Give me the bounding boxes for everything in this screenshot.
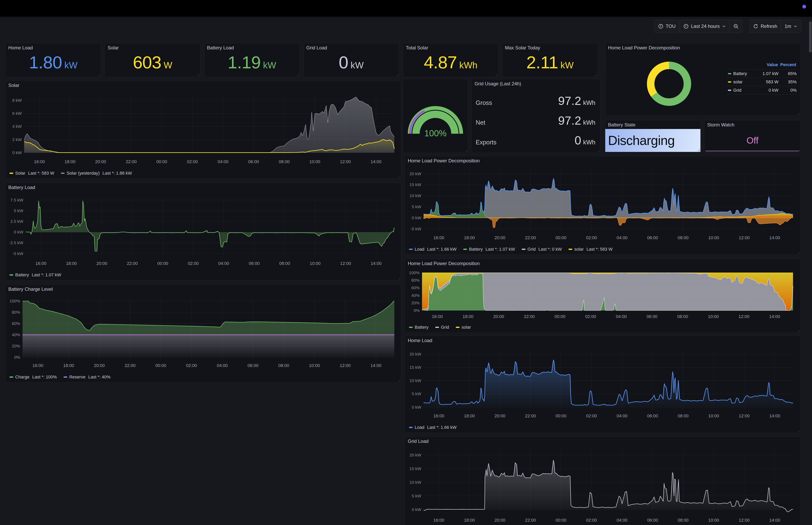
svg-text:22:00: 22:00 (525, 518, 536, 523)
svg-text:20 kW: 20 kW (409, 171, 421, 176)
svg-text:02:00: 02:00 (186, 363, 197, 368)
panel-decomposition-stacked-chart: Home Load Power Decomposition -5 kW0 kW5… (405, 156, 801, 255)
legend-swatch (10, 274, 13, 275)
chart-plot[interactable]: -5 kW0 kW5 kW10 kW15 kW20 kW16:0018:0020… (407, 165, 799, 243)
svg-text:20:00: 20:00 (95, 159, 106, 164)
svg-text:04:00: 04:00 (218, 261, 229, 266)
panel-title[interactable]: Home Load (8, 45, 33, 50)
recording-indicator-dot (802, 5, 806, 9)
panel-title[interactable]: Grid Load (306, 45, 327, 50)
legend-row-solar[interactable]: solar 583 W 35% (727, 78, 797, 86)
legend-item[interactable]: LoadLast *: 1.66 kW (409, 425, 457, 430)
legend-item[interactable]: Solar (yesterday)Last *: 1.88 kW (61, 171, 132, 176)
battery-charge-chart-canvas[interactable]: 0%20%40%60%80%100%16:0018:0020:0022:0000… (7, 293, 399, 381)
chart-legend: ChargeLast *: 100%ReserveLast *: 40% (7, 372, 399, 382)
refresh-icon (753, 24, 758, 29)
panel-title[interactable]: Battery Load (207, 45, 234, 50)
legend-swatch (435, 327, 439, 328)
svg-text:02:00: 02:00 (585, 314, 596, 319)
svg-text:12:00: 12:00 (738, 314, 749, 319)
svg-text:60%: 60% (411, 285, 419, 290)
svg-text:0 kW: 0 kW (412, 405, 421, 409)
chart-plot[interactable]: -5 kW-2.5 kW0 kW2.5 kW5 kW7.5 kW16:0018:… (7, 191, 399, 269)
decomposition-stacked-chart-canvas[interactable]: -5 kW0 kW5 kW10 kW15 kW20 kW16:0018:0020… (407, 165, 799, 253)
panel-title[interactable]: Home Load Power Decomposition (408, 261, 480, 266)
chart-plot[interactable]: 0%20%40%60%80%100%16:0018:0020:0022:0000… (407, 267, 799, 321)
legend-row-battery[interactable]: Battery 1.07 kW 65% (727, 69, 797, 78)
panel-title[interactable]: Grid Load (408, 438, 429, 444)
legend-item[interactable]: Grid (435, 325, 449, 330)
panel-title[interactable]: Battery State (608, 122, 635, 127)
panel-grid-load-chart: Grid Load 0 kW5 kW10 kW15 kW20 kW16:0018… (405, 436, 801, 525)
solar-chart-canvas[interactable]: 0 kW2 kW4 kW6 kW8 kW16:0018:0020:0022:00… (7, 89, 399, 177)
panel-power-decomposition-donut: Home Load Power Decomposition Value Perc… (605, 43, 801, 116)
chart-plot[interactable]: 0 kW5 kW10 kW15 kW20 kW16:0018:0020:0022… (407, 445, 799, 525)
legend-item[interactable]: Battery (409, 325, 429, 330)
svg-text:16:00: 16:00 (433, 518, 444, 523)
refresh-picker[interactable]: Refresh 1m (749, 20, 801, 33)
time-range-picker[interactable]: Last 24 hours (680, 20, 742, 33)
gauge-value: 100% (424, 129, 447, 138)
battery-swatch (728, 73, 731, 74)
tou-label: TOU (666, 24, 676, 29)
panel-title[interactable]: Battery Load (8, 185, 35, 190)
panel-title[interactable]: Total Solar (406, 45, 428, 50)
legend-col-value[interactable]: Value (756, 62, 778, 68)
svg-text:00:00: 00:00 (554, 314, 565, 319)
svg-text:20:00: 20:00 (493, 314, 504, 319)
chart-legend: LoadLast *: 1.66 kWBatteryLast *: 1.07 k… (407, 244, 799, 254)
chart-plot[interactable]: 0 kW2 kW4 kW6 kW8 kW16:0018:0020:0022:00… (7, 89, 399, 167)
stat-value: 603 (133, 52, 161, 73)
chart-plot[interactable]: 0 kW5 kW10 kW15 kW20 kW16:0018:0020:0022… (407, 344, 799, 422)
legend-item[interactable]: BatteryLast *: 1.07 kW (463, 247, 515, 252)
panel-title[interactable]: Storm Watch (707, 122, 734, 127)
legend-item[interactable]: solar (456, 325, 471, 330)
zoom-out-button[interactable] (730, 20, 742, 33)
decomposition-percent-chart-canvas[interactable]: 0%20%40%60%80%100%16:0018:0020:0022:0000… (407, 267, 799, 331)
panel-title[interactable]: Home Load Power Decomposition (408, 158, 480, 164)
svg-text:2 kW: 2 kW (12, 137, 22, 142)
scrollbar-thumb[interactable] (809, 21, 812, 52)
svg-text:10 kW: 10 kW (409, 193, 421, 198)
grid-load-chart-canvas[interactable]: 0 kW5 kW10 kW15 kW20 kW16:0018:0020:0022… (407, 445, 799, 525)
panel-title[interactable]: Home Load Power Decomposition (608, 45, 680, 50)
chart-legend: LoadLast *: 1.66 kW (407, 422, 799, 432)
panel-title[interactable]: Home Load (408, 338, 432, 343)
panel-title[interactable]: Max Solar Today (505, 45, 540, 50)
legend-row-grid[interactable]: Grid 0 kW 0% (727, 86, 797, 94)
legend-item[interactable]: GridLast *: 0 kW (522, 247, 562, 252)
refresh-button[interactable]: Refresh (750, 20, 781, 33)
legend-item[interactable]: solarLast *: 583 W (568, 247, 613, 252)
panel-title[interactable]: Grid Usage (Last 24h) (475, 81, 521, 87)
tou-button[interactable]: TOU (655, 20, 679, 33)
gauge-chart[interactable]: 100% (405, 93, 466, 145)
svg-text:06:00: 06:00 (646, 314, 657, 319)
legend-item[interactable]: ReserveLast *: 40% (64, 375, 110, 380)
legend-swatch (409, 327, 413, 328)
svg-text:5 kW: 5 kW (412, 494, 421, 498)
panel-title[interactable]: Solar (108, 45, 119, 50)
legend-item[interactable]: LoadLast *: 1.66 kW (409, 247, 457, 252)
refresh-interval-button[interactable]: 1m (781, 20, 801, 33)
svg-text:0 kW: 0 kW (14, 230, 23, 234)
battery-load-chart-canvas[interactable]: -5 kW-2.5 kW0 kW2.5 kW5 kW7.5 kW16:0018:… (7, 191, 399, 279)
panel-storm-watch: Storm Watch Off (704, 120, 801, 152)
home-load-chart-canvas[interactable]: 0 kW5 kW10 kW15 kW20 kW16:0018:0020:0022… (407, 344, 799, 432)
legend-item[interactable]: BatteryLast *: 1.07 kW (10, 272, 61, 278)
chevron-down-icon (794, 24, 797, 28)
svg-text:0%: 0% (14, 355, 20, 359)
legend-item[interactable]: SolarLast *: 583 W (10, 171, 54, 176)
time-range-button[interactable]: Last 24 hours (680, 20, 730, 33)
svg-text:20:00: 20:00 (494, 235, 505, 240)
panel-title[interactable]: Battery Charge Level (8, 286, 53, 292)
solar-swatch (728, 81, 731, 82)
svg-text:14:00: 14:00 (769, 235, 780, 240)
legend-item[interactable]: ChargeLast *: 100% (10, 375, 57, 380)
legend-col-percent[interactable]: Percent (778, 62, 796, 68)
chart-plot[interactable]: 0%20%40%60%80%100%16:0018:0020:0022:0000… (7, 293, 399, 371)
svg-text:20 kW: 20 kW (409, 453, 421, 457)
donut-chart[interactable] (644, 59, 694, 108)
svg-text:16:00: 16:00 (433, 235, 444, 240)
panel-title[interactable]: Solar (8, 82, 19, 88)
svg-text:40%: 40% (12, 332, 20, 337)
